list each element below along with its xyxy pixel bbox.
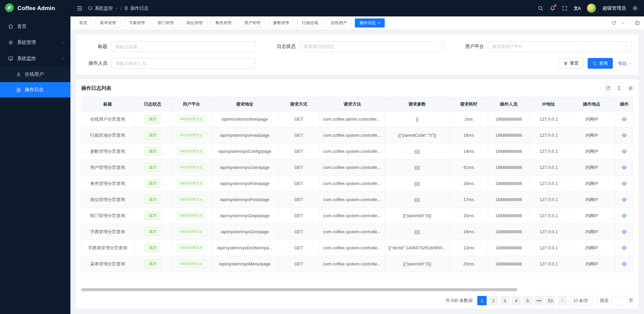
tab-item[interactable]: 在线用户 xyxy=(326,18,352,27)
top-header: 系统监控 / 操作日志 文A 超级管理员 xyxy=(70,0,644,16)
tab-item[interactable]: 首页 xyxy=(74,18,92,27)
page-button[interactable]: 2 xyxy=(489,296,498,305)
method-cell: GET xyxy=(278,240,320,256)
view-detail-button[interactable] xyxy=(622,165,627,170)
refresh-icon[interactable] xyxy=(605,85,610,91)
tab-item[interactable]: 操作日志× xyxy=(355,18,385,27)
view-detail-button[interactable] xyxy=(622,181,627,186)
status-badge: 成功 xyxy=(145,179,160,188)
menu-fold-icon[interactable] xyxy=(76,5,83,11)
eye-icon xyxy=(622,165,627,170)
chevron-down-icon[interactable] xyxy=(621,21,625,25)
operator-cell: 18888888888 xyxy=(488,208,529,224)
user-avatar[interactable] xyxy=(587,4,596,13)
refresh-icon[interactable] xyxy=(611,20,616,25)
page-button[interactable]: 3 xyxy=(500,296,509,305)
time-cell: 15ms xyxy=(449,208,488,224)
view-detail-button[interactable] xyxy=(622,133,627,138)
tab-item[interactable]: 菜单管理 xyxy=(95,18,121,27)
tab-label: 部门管理 xyxy=(158,20,174,26)
tab-item[interactable]: 部门管理 xyxy=(153,18,178,27)
page-ellipsis[interactable]: ••• xyxy=(534,296,544,305)
page-button[interactable]: 5 xyxy=(523,296,532,305)
table-settings-gear-icon[interactable] xyxy=(628,85,633,91)
tab-close-icon[interactable]: × xyxy=(378,21,380,25)
query-button[interactable]: 查询 xyxy=(588,58,613,69)
tab-item[interactable]: 角色管理 xyxy=(211,18,236,27)
actions-cell xyxy=(615,208,633,224)
status-cell: 成功 xyxy=(134,224,171,240)
status-cell: 成功 xyxy=(134,256,171,272)
view-detail-button[interactable] xyxy=(622,213,627,218)
sidebar-item-system-management[interactable]: 系统管理 xyxy=(0,35,70,51)
total-count: 共 530 条数据 xyxy=(445,298,473,304)
column-header: 请求方法 xyxy=(320,97,385,111)
log-table-row: 用户管理分页查询成功WEB管理后台/api/system/sysUser/pag… xyxy=(82,160,633,176)
tab-item[interactable]: 字典管理 xyxy=(124,18,150,27)
platform-cell: WEB管理后台 xyxy=(171,111,212,127)
table-empty-space xyxy=(81,272,633,288)
settings-gear-icon[interactable] xyxy=(632,5,638,11)
page-button[interactable]: 53 xyxy=(546,296,555,305)
view-detail-button[interactable] xyxy=(622,197,627,202)
location-cell: 内网IP xyxy=(568,256,615,272)
app-logo[interactable]: Coffee Admin xyxy=(0,0,70,16)
view-detail-button[interactable] xyxy=(622,117,627,122)
view-detail-button[interactable] xyxy=(622,261,627,267)
layout-icon[interactable] xyxy=(635,20,640,25)
ip-cell: 127.0.0.1 xyxy=(529,176,568,192)
platform-cell: WEB管理后台 xyxy=(171,143,212,160)
view-detail-button[interactable] xyxy=(622,229,627,235)
url-cell: /api/system/sysDict/page xyxy=(212,224,278,240)
page-button[interactable]: 1 xyxy=(477,296,487,305)
chevron-down-icon xyxy=(61,41,65,45)
platform-select[interactable]: 请选择用户平台 xyxy=(488,41,632,52)
scrollbar-thumb[interactable] xyxy=(81,288,517,291)
url-cell: /api/system/sysDictItem/pa... xyxy=(212,240,278,256)
collapse-toggle[interactable]: 收起 xyxy=(618,60,632,66)
title-cell: 在线用户分页查询 xyxy=(82,111,134,127)
column-height-icon[interactable] xyxy=(616,85,622,91)
platform-badge: WEB管理后台 xyxy=(177,212,206,219)
view-detail-button[interactable] xyxy=(622,149,627,154)
breadcrumb-system-monitor[interactable]: 系统监控 xyxy=(88,5,118,11)
page-size-select[interactable]: 10 条/页 xyxy=(570,296,597,305)
handler-cell: com.coffee.system.controlle... xyxy=(320,208,385,224)
reset-button[interactable]: 重置 xyxy=(558,58,584,69)
actions-cell xyxy=(615,240,633,256)
handler-cell: com.coffee.system.controlle... xyxy=(320,143,385,160)
sidebar-item-system-monitor[interactable]: 系统监控 xyxy=(0,51,70,67)
sidebar-item-home[interactable]: 首页 xyxy=(0,18,70,35)
filter-platform-label: 用户平台 xyxy=(459,44,484,50)
fullscreen-icon[interactable] xyxy=(562,5,568,11)
status-cell: 成功 xyxy=(134,192,171,208)
method-cell: GET xyxy=(278,143,320,160)
search-icon[interactable] xyxy=(538,5,543,11)
column-header: 操作 xyxy=(615,97,633,111)
operator-cell: 18888888888 xyxy=(488,127,529,143)
tab-item[interactable]: 参数管理 xyxy=(268,18,294,27)
title-input[interactable] xyxy=(115,44,251,49)
translate-icon[interactable]: 文A xyxy=(574,5,581,11)
log-table-row: 字典管理分页查询成功WEB管理后台/api/system/sysDict/pag… xyxy=(82,224,633,240)
tab-item[interactable]: 岗位管理 xyxy=(182,18,207,27)
notification-bell-icon[interactable] xyxy=(550,5,555,11)
breadcrumb-operation-logs[interactable]: 操作日志 xyxy=(124,5,149,11)
tab-item[interactable]: 用户管理 xyxy=(239,18,265,27)
log-table-row: 菜单管理分页查询成功WEB管理后台/api/system/sysMenu/pag… xyxy=(82,256,633,272)
status-select[interactable]: 请选择日志状态 xyxy=(300,41,443,52)
handler-cell: com.coffee.system.controlle... xyxy=(320,160,385,176)
tab-item[interactable]: 行政区域 xyxy=(297,18,323,27)
jump-page-input[interactable] xyxy=(611,296,627,305)
next-page-button[interactable] xyxy=(558,296,567,305)
operator-input[interactable] xyxy=(115,61,251,66)
sidebar-item-operation-logs[interactable]: 操作日志 xyxy=(0,82,70,98)
view-detail-button[interactable] xyxy=(622,245,627,251)
table-body: 在线用户分页查询成功WEB管理后台/api/monitor/online/pag… xyxy=(82,111,633,272)
username[interactable]: 超级管理员 xyxy=(602,5,626,11)
log-table-row: 部门管理分页查询成功WEB管理后台/api/system/sysDept/pag… xyxy=(82,208,633,224)
page-button[interactable]: 4 xyxy=(512,296,521,305)
collapse-label: 收起 xyxy=(618,60,627,66)
sidebar-item-online-users[interactable]: 在线用户 xyxy=(0,67,70,82)
pagination-bar: 共 530 条数据 12345•••53 10 条/页 跳至 页 xyxy=(81,293,633,309)
